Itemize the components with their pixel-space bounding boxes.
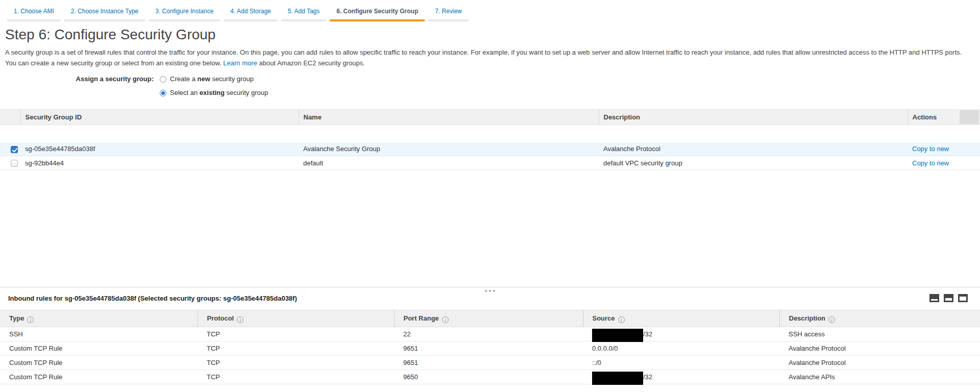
rule-protocol: TCP bbox=[198, 327, 394, 341]
copy-to-new-link[interactable]: Copy to new bbox=[912, 159, 949, 167]
rule-description: SSH access bbox=[779, 327, 980, 341]
rule-port-range: 9651 bbox=[394, 341, 583, 356]
security-groups-table: Security Group ID Name Description Actio… bbox=[0, 109, 980, 170]
rule-protocol: TCP bbox=[198, 356, 394, 370]
assign-security-group-row: Assign a security group: Create a new se… bbox=[0, 75, 980, 102]
wizard-tab-underline bbox=[428, 19, 469, 21]
info-icon[interactable]: i bbox=[618, 316, 625, 323]
security-group-row[interactable]: sg-92bb44e4 default default VPC security… bbox=[0, 156, 980, 170]
security-group-id: sg-92bb44e4 bbox=[20, 156, 299, 170]
wizard-tab-underline bbox=[149, 19, 220, 21]
rule-description: Avalanche Protocol bbox=[779, 341, 980, 356]
wizard-tab-underline bbox=[7, 19, 61, 21]
inbound-rule-row: Custom TCP Rule TCP 9650 /32 Avalanche A… bbox=[0, 370, 980, 384]
security-group-description: Avalanche Protocol bbox=[599, 142, 908, 156]
inbound-rule-row: SSH TCP 22 /32 SSH access bbox=[0, 327, 980, 341]
inbound-rules-title: Inbound rules for sg-05e35e44785da038f (… bbox=[8, 295, 297, 302]
security-group-id: sg-05e35e44785da038f bbox=[20, 142, 299, 156]
info-icon[interactable]: i bbox=[27, 316, 34, 323]
inbound-rule-row: Custom TCP Rule TCP 9651 0.0.0.0/0 Avala… bbox=[0, 341, 980, 356]
table-spacer-row bbox=[0, 125, 980, 142]
wizard-tab-label: 1. Choose AMI bbox=[7, 8, 61, 15]
info-icon[interactable]: i bbox=[237, 316, 243, 323]
wizard-tab-label: 2. Choose Instance Type bbox=[64, 8, 145, 15]
split-view-half-icon[interactable] bbox=[944, 294, 953, 302]
pane-divider bbox=[0, 287, 980, 287]
wizard-tab-label: 3. Configure Instance bbox=[149, 8, 220, 15]
rule-source: /32 bbox=[583, 370, 779, 384]
rule-description: Avalanche APIs bbox=[779, 370, 980, 384]
wizard-tab[interactable]: 5. Add Tags bbox=[281, 8, 327, 21]
inbound-column-header: Typei bbox=[0, 310, 198, 327]
pane-layout-icons bbox=[929, 294, 968, 302]
wizard-tab-label: 4. Add Storage bbox=[224, 8, 277, 15]
wizard-tab-label: 5. Add Tags bbox=[281, 8, 327, 15]
split-view-small-icon[interactable] bbox=[929, 294, 939, 302]
security-group-name: Avalanche Security Group bbox=[299, 142, 599, 156]
security-group-description: default VPC security group bbox=[599, 156, 908, 170]
pane-drag-handle-icon[interactable] bbox=[482, 289, 498, 293]
wizard-tab[interactable]: 4. Add Storage bbox=[224, 8, 277, 21]
radio-icon bbox=[160, 90, 166, 96]
info-icon[interactable]: i bbox=[828, 316, 835, 323]
security-group-name: default bbox=[299, 156, 599, 170]
inbound-rule-row: Custom TCP Rule TCP 9651 ::/0 Avalanche … bbox=[0, 356, 980, 370]
inbound-column-header: Protocoli bbox=[198, 310, 394, 327]
wizard-tab[interactable]: 6. Configure Security Group bbox=[330, 8, 425, 21]
radio-label: Create a new security group bbox=[170, 75, 254, 84]
rule-source: /32 bbox=[583, 327, 779, 341]
wizard-tab-underline bbox=[330, 19, 425, 21]
wizard-tab-underline bbox=[64, 19, 145, 21]
radio-icon bbox=[160, 76, 166, 83]
rule-port-range: 22 bbox=[394, 327, 583, 341]
security-groups-header-row: Security Group ID Name Description Actio… bbox=[0, 110, 980, 125]
inbound-column-header: Port Rangei bbox=[394, 310, 583, 327]
checkbox-column-header bbox=[0, 110, 20, 125]
column-header-security-group-id: Security Group ID bbox=[20, 110, 299, 125]
split-view-large-icon[interactable] bbox=[958, 294, 968, 302]
redacted-ip-box bbox=[592, 372, 643, 385]
rule-type: Custom TCP Rule bbox=[0, 356, 198, 370]
rule-type: Custom TCP Rule bbox=[0, 341, 198, 356]
rule-port-range: 9650 bbox=[394, 370, 583, 384]
wizard-tab-underline bbox=[224, 19, 277, 21]
column-header-description: Description bbox=[599, 110, 908, 125]
column-header-actions: Actions bbox=[908, 110, 980, 125]
rule-port-range: 9651 bbox=[394, 356, 583, 370]
rule-protocol: TCP bbox=[198, 370, 394, 384]
radio-label: Select an existing security group bbox=[170, 88, 268, 97]
description-text-after: about Amazon EC2 security groups. bbox=[259, 59, 364, 67]
page-description: A security group is a set of firewall ru… bbox=[0, 46, 975, 68]
wizard-tab[interactable]: 2. Choose Instance Type bbox=[64, 8, 145, 21]
wizard-tabbar: 1. Choose AMI 2. Choose Instance Type 3.… bbox=[0, 0, 980, 21]
column-header-name: Name bbox=[299, 110, 599, 125]
inbound-rules-header-row: TypeiProtocoliPort RangeiSourceiDescript… bbox=[0, 310, 980, 327]
rule-description: Avalanche Protocol bbox=[779, 356, 980, 370]
rule-type: Custom TCP Rule bbox=[0, 370, 198, 384]
assign-security-group-label: Assign a security group: bbox=[0, 75, 154, 102]
security-group-radio-option[interactable]: Select an existing security group bbox=[160, 88, 268, 97]
row-checkbox[interactable] bbox=[11, 160, 18, 167]
assign-options: Create a new security group Select an ex… bbox=[160, 75, 268, 102]
page-title: Step 6: Configure Security Group bbox=[0, 21, 980, 46]
rule-protocol: TCP bbox=[198, 341, 394, 356]
wizard-tab[interactable]: 1. Choose AMI bbox=[7, 8, 61, 21]
rule-source: 0.0.0.0/0 bbox=[583, 341, 779, 356]
inbound-rules-table: TypeiProtocoliPort RangeiSourceiDescript… bbox=[0, 310, 980, 384]
wizard-tab[interactable]: 7. Review bbox=[428, 8, 469, 21]
inbound-column-header: Sourcei bbox=[583, 310, 779, 327]
wizard-tab[interactable]: 3. Configure Instance bbox=[149, 8, 220, 21]
rule-source: ::/0 bbox=[583, 356, 779, 370]
wizard-tab-underline bbox=[281, 19, 327, 21]
empty-space bbox=[0, 170, 980, 287]
learn-more-link[interactable]: Learn more bbox=[223, 59, 257, 67]
info-icon[interactable]: i bbox=[442, 316, 449, 323]
copy-to-new-link[interactable]: Copy to new bbox=[912, 145, 949, 153]
security-group-row[interactable]: sg-05e35e44785da038f Avalanche Security … bbox=[0, 142, 980, 156]
security-group-radio-option[interactable]: Create a new security group bbox=[160, 75, 268, 84]
redacted-ip-box bbox=[592, 329, 643, 342]
row-checkbox[interactable] bbox=[11, 146, 18, 153]
scrollbar-track[interactable] bbox=[960, 110, 979, 124]
rule-type: SSH bbox=[0, 327, 198, 341]
wizard-tab-label: 6. Configure Security Group bbox=[330, 8, 425, 15]
